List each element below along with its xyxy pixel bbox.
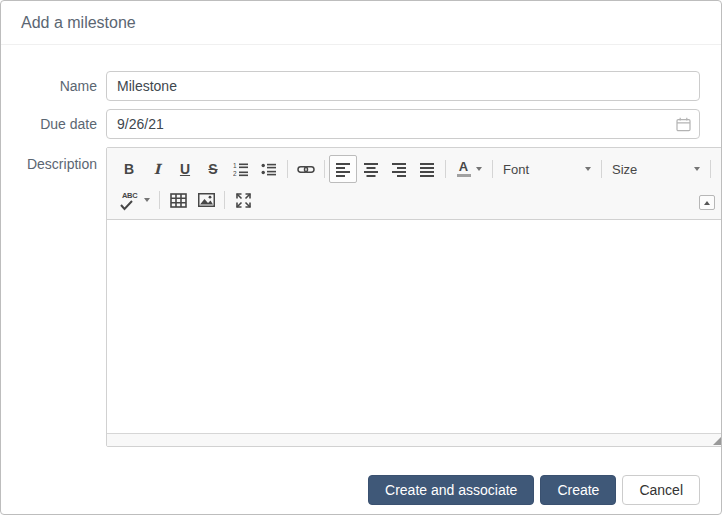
create-button[interactable]: Create bbox=[540, 475, 616, 505]
align-left-button[interactable] bbox=[329, 155, 357, 183]
svg-text:2: 2 bbox=[233, 170, 237, 177]
bullet-list-button[interactable] bbox=[255, 155, 283, 183]
name-label: Name bbox=[1, 71, 97, 101]
spellcheck-button[interactable]: ABC bbox=[115, 186, 155, 214]
size-select[interactable]: Size bbox=[606, 156, 706, 182]
toolbar-separator bbox=[287, 160, 288, 178]
insert-table-button[interactable] bbox=[164, 186, 192, 214]
toolbar-separator bbox=[710, 160, 711, 178]
editor-content-area[interactable] bbox=[107, 220, 722, 433]
numbered-list-icon: 1 2 bbox=[233, 161, 249, 177]
font-select-label: Font bbox=[503, 162, 529, 177]
dialog-title: Add a milestone bbox=[21, 14, 136, 32]
bullet-list-icon bbox=[261, 161, 277, 177]
editor-footer-bar bbox=[107, 433, 722, 446]
justify-icon bbox=[420, 162, 435, 177]
maximize-icon bbox=[236, 193, 251, 208]
toolbar-separator bbox=[224, 191, 225, 209]
toolbar-separator bbox=[324, 160, 325, 178]
font-select[interactable]: Font bbox=[497, 156, 597, 182]
name-control bbox=[106, 71, 700, 101]
italic-icon: I bbox=[154, 161, 161, 177]
link-icon bbox=[297, 164, 315, 175]
align-center-button[interactable] bbox=[357, 155, 385, 183]
due-date-row: Due date bbox=[1, 109, 721, 139]
toolbar-row-1: B I U S bbox=[115, 154, 715, 184]
dialog-body: Name Due date Description bbox=[1, 45, 721, 505]
dialog-header: Add a milestone bbox=[1, 1, 721, 45]
justify-button[interactable] bbox=[413, 155, 441, 183]
toolbar-row-2: ABC bbox=[115, 186, 715, 214]
strikethrough-button[interactable]: S bbox=[199, 155, 227, 183]
create-and-associate-button[interactable]: Create and associate bbox=[368, 475, 534, 505]
chevron-down-icon bbox=[476, 167, 482, 171]
toolbar-separator bbox=[159, 191, 160, 209]
text-color-icon: A bbox=[457, 161, 471, 177]
underline-icon: U bbox=[180, 161, 190, 177]
chevron-down-icon bbox=[585, 167, 591, 171]
name-input[interactable] bbox=[106, 71, 700, 101]
due-date-control bbox=[106, 109, 700, 139]
cancel-button[interactable]: Cancel bbox=[622, 475, 700, 505]
table-icon bbox=[170, 193, 187, 208]
size-select-label: Size bbox=[612, 162, 637, 177]
toolbar-separator bbox=[445, 160, 446, 178]
resize-handle[interactable] bbox=[713, 436, 722, 445]
rich-text-editor: B I U S bbox=[106, 147, 722, 447]
align-center-icon bbox=[364, 162, 379, 177]
insert-image-button[interactable] bbox=[192, 186, 220, 214]
align-right-button[interactable] bbox=[385, 155, 413, 183]
add-milestone-dialog: Add a milestone Name Due date bbox=[0, 0, 722, 515]
description-row: Description B I U bbox=[1, 147, 721, 447]
editor-toolbar: B I U S bbox=[107, 148, 722, 220]
align-left-icon bbox=[336, 162, 351, 177]
underline-button[interactable]: U bbox=[171, 155, 199, 183]
bold-icon: B bbox=[124, 161, 134, 177]
numbered-list-button[interactable]: 1 2 bbox=[227, 155, 255, 183]
chevron-down-icon bbox=[694, 167, 700, 171]
strikethrough-icon: S bbox=[208, 161, 217, 177]
dialog-footer: Create and associate Create Cancel bbox=[1, 455, 721, 505]
toolbar-separator bbox=[601, 160, 602, 178]
image-icon bbox=[198, 193, 215, 207]
description-control: B I U S bbox=[106, 147, 722, 447]
due-date-label: Due date bbox=[1, 109, 97, 139]
name-row: Name bbox=[1, 71, 721, 101]
due-date-input[interactable] bbox=[106, 109, 700, 139]
chevron-down-icon bbox=[144, 198, 150, 202]
collapse-toolbar-button[interactable] bbox=[699, 195, 715, 210]
collapse-toolbar-icon bbox=[704, 201, 710, 205]
toolbar-separator bbox=[492, 160, 493, 178]
spellcheck-icon: ABC bbox=[120, 191, 139, 210]
link-button[interactable] bbox=[292, 155, 320, 183]
text-color-button[interactable]: A bbox=[450, 155, 488, 183]
italic-button[interactable]: I bbox=[143, 155, 171, 183]
svg-text:1: 1 bbox=[233, 162, 237, 169]
calendar-icon[interactable] bbox=[676, 117, 691, 132]
align-right-icon bbox=[392, 162, 407, 177]
bold-button[interactable]: B bbox=[115, 155, 143, 183]
description-label: Description bbox=[1, 147, 97, 447]
maximize-button[interactable] bbox=[229, 186, 257, 214]
